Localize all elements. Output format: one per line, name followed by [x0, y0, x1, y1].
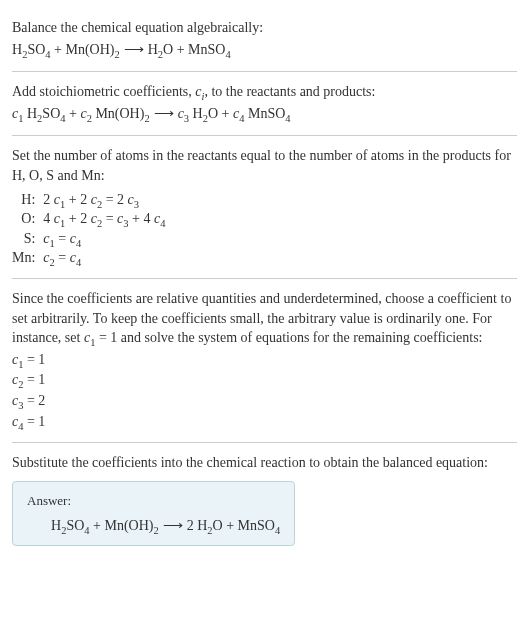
- coef-value: c3 = 2: [12, 391, 517, 411]
- element-equation: c1 = c4: [43, 229, 165, 249]
- intro-section: Balance the chemical equation algebraica…: [12, 8, 517, 71]
- atoms-table: H: 2 c1 + 2 c2 = 2 c3 O: 4 c1 + 2 c2 = c…: [12, 190, 165, 268]
- stoich-equation: c1 H2SO4 + c2 Mn(OH)2⟶c3 H2O + c4 MnSO4: [12, 104, 517, 124]
- substitute-section: Substitute the coefficients into the che…: [12, 443, 517, 556]
- intro-text: Balance the chemical equation algebraica…: [12, 18, 517, 38]
- table-row: S: c1 = c4: [12, 229, 165, 249]
- substitute-text: Substitute the coefficients into the che…: [12, 453, 517, 473]
- atoms-section: Set the number of atoms in the reactants…: [12, 136, 517, 278]
- element-label: H:: [12, 190, 43, 210]
- atoms-text: Set the number of atoms in the reactants…: [12, 146, 517, 185]
- coef-list: c1 = 1 c2 = 1 c3 = 2 c4 = 1: [12, 350, 517, 431]
- element-label: Mn:: [12, 248, 43, 268]
- table-row: O: 4 c1 + 2 c2 = c3 + 4 c4: [12, 209, 165, 229]
- element-equation: 2 c1 + 2 c2 = 2 c3: [43, 190, 165, 210]
- stoich-section: Add stoichiometric coefficients, ci, to …: [12, 72, 517, 135]
- solve-text: Since the coefficients are relative quan…: [12, 289, 517, 348]
- solve-section: Since the coefficients are relative quan…: [12, 279, 517, 442]
- element-equation: c2 = c4: [43, 248, 165, 268]
- answer-equation: H2SO4 + Mn(OH)2⟶2 H2O + MnSO4: [27, 516, 280, 536]
- element-label: O:: [12, 209, 43, 229]
- intro-equation: H2SO4 + Mn(OH)2⟶H2O + MnSO4: [12, 40, 517, 60]
- coef-value: c4 = 1: [12, 412, 517, 432]
- answer-box: Answer: H2SO4 + Mn(OH)2⟶2 H2O + MnSO4: [12, 481, 295, 547]
- table-row: H: 2 c1 + 2 c2 = 2 c3: [12, 190, 165, 210]
- element-label: S:: [12, 229, 43, 249]
- coef-value: c1 = 1: [12, 350, 517, 370]
- answer-label: Answer:: [27, 492, 280, 510]
- table-row: Mn: c2 = c4: [12, 248, 165, 268]
- coef-value: c2 = 1: [12, 370, 517, 390]
- element-equation: 4 c1 + 2 c2 = c3 + 4 c4: [43, 209, 165, 229]
- stoich-text: Add stoichiometric coefficients, ci, to …: [12, 82, 517, 102]
